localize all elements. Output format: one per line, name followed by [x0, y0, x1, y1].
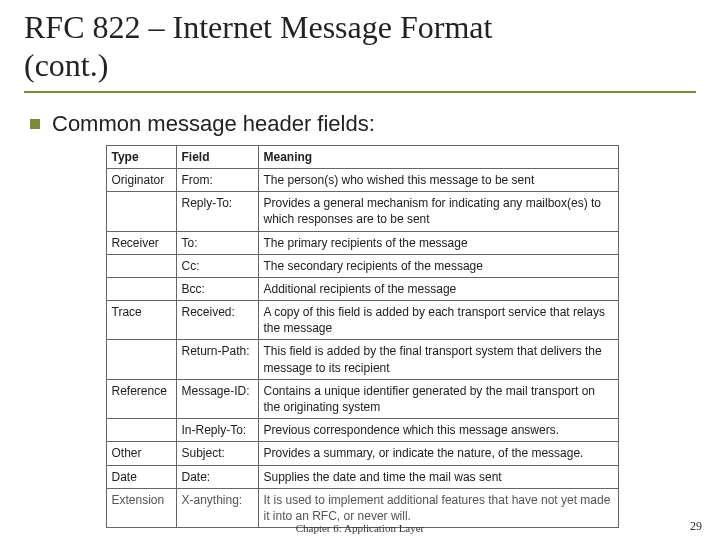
- cell-meaning: Provides a general mechanism for indicat…: [258, 192, 618, 231]
- slide-body: Common message header fields: Type Field…: [24, 111, 696, 528]
- header-fields-table: Type Field Meaning Originator From: The …: [106, 145, 619, 528]
- cell-meaning: Contains a unique identifier generated b…: [258, 379, 618, 418]
- title-line-1: RFC 822 – Internet Message Format: [24, 9, 492, 45]
- table-row: Reference Message-ID: Contains a unique …: [106, 379, 618, 418]
- table-row: Receiver To: The primary recipients of t…: [106, 231, 618, 254]
- cell-type: [106, 254, 176, 277]
- table-row: Trace Received: A copy of this field is …: [106, 301, 618, 340]
- slide-title: RFC 822 – Internet Message Format (cont.…: [24, 8, 696, 85]
- cell-type: [106, 340, 176, 379]
- cell-field: Date:: [176, 465, 258, 488]
- title-line-2: (cont.): [24, 47, 108, 83]
- cell-type: Receiver: [106, 231, 176, 254]
- cell-field: Message-ID:: [176, 379, 258, 418]
- cell-field: Return-Path:: [176, 340, 258, 379]
- bullet-item: Common message header fields:: [30, 111, 696, 137]
- title-block: RFC 822 – Internet Message Format (cont.…: [24, 8, 696, 93]
- cell-field: Subject:: [176, 442, 258, 465]
- cell-meaning: A copy of this field is added by each tr…: [258, 301, 618, 340]
- page-number: 29: [690, 519, 702, 534]
- footer: Chapter 6: Application Layer: [0, 522, 720, 534]
- cell-meaning: The secondary recipients of the message: [258, 254, 618, 277]
- cell-type: [106, 192, 176, 231]
- table-row: Cc: The secondary recipients of the mess…: [106, 254, 618, 277]
- cell-field: To:: [176, 231, 258, 254]
- cell-field: Received:: [176, 301, 258, 340]
- table-row: Reply-To: Provides a general mechanism f…: [106, 192, 618, 231]
- table-header-row: Type Field Meaning: [106, 145, 618, 168]
- col-header-field: Field: [176, 145, 258, 168]
- table-wrap: Type Field Meaning Originator From: The …: [28, 145, 696, 528]
- table-row: Bcc: Additional recipients of the messag…: [106, 277, 618, 300]
- cell-field: Reply-To:: [176, 192, 258, 231]
- cell-type: Other: [106, 442, 176, 465]
- cell-field: Cc:: [176, 254, 258, 277]
- col-header-meaning: Meaning: [258, 145, 618, 168]
- cell-type: Originator: [106, 168, 176, 191]
- bullet-square-icon: [30, 119, 40, 129]
- bullet-text: Common message header fields:: [52, 111, 375, 137]
- footer-text: Chapter 6: Application Layer: [296, 522, 425, 534]
- cell-meaning: Supplies the date and time the mail was …: [258, 465, 618, 488]
- cell-field: From:: [176, 168, 258, 191]
- cell-field: Bcc:: [176, 277, 258, 300]
- cell-type: Date: [106, 465, 176, 488]
- cell-meaning: Additional recipients of the message: [258, 277, 618, 300]
- cell-field: In-Reply-To:: [176, 419, 258, 442]
- table-row: Date Date: Supplies the date and time th…: [106, 465, 618, 488]
- table-row: Return-Path: This field is added by the …: [106, 340, 618, 379]
- table-row: Other Subject: Provides a summary, or in…: [106, 442, 618, 465]
- slide-container: RFC 822 – Internet Message Format (cont.…: [0, 0, 720, 540]
- col-header-type: Type: [106, 145, 176, 168]
- cell-type: Reference: [106, 379, 176, 418]
- table-body: Originator From: The person(s) who wishe…: [106, 168, 618, 527]
- cell-meaning: This field is added by the final transpo…: [258, 340, 618, 379]
- table-row: Originator From: The person(s) who wishe…: [106, 168, 618, 191]
- cell-type: [106, 419, 176, 442]
- table-row: In-Reply-To: Previous correspondence whi…: [106, 419, 618, 442]
- cell-meaning: The person(s) who wished this message to…: [258, 168, 618, 191]
- cell-type: Trace: [106, 301, 176, 340]
- cell-meaning: Provides a summary, or indicate the natu…: [258, 442, 618, 465]
- cell-type: [106, 277, 176, 300]
- cell-meaning: Previous correspondence which this messa…: [258, 419, 618, 442]
- cell-meaning: The primary recipients of the message: [258, 231, 618, 254]
